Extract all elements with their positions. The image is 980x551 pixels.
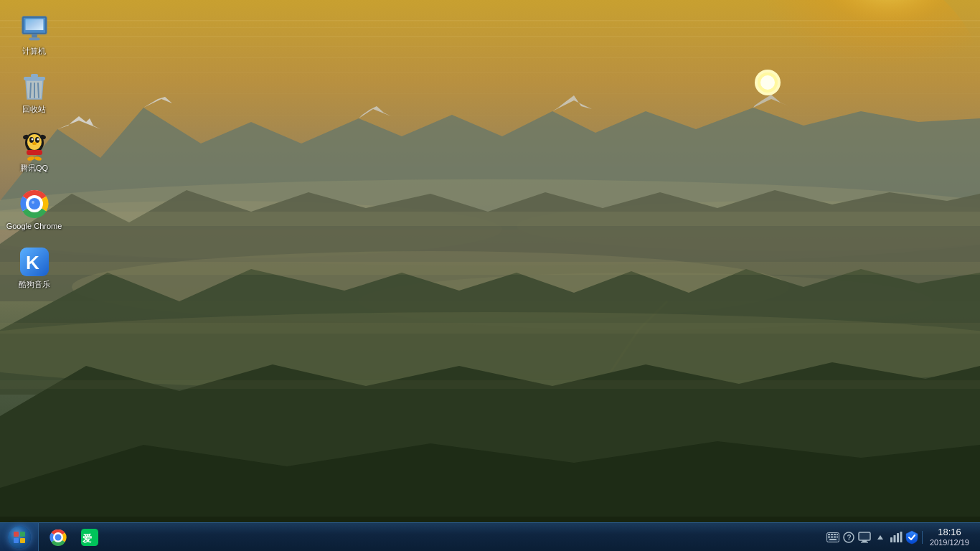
svg-rect-81 [829,539,837,540]
qq-icon [20,131,49,160]
desktop: 计算机 回收站 [0,0,980,551]
svg-rect-8 [0,93,980,94]
taskbar-app-chrome[interactable] [44,524,72,550]
svg-rect-75 [834,534,836,535]
svg-rect-52 [27,150,42,155]
svg-rect-90 [900,532,902,542]
svg-rect-6 [0,57,980,58]
svg-rect-33 [0,380,980,389]
keyboard-tray-icon[interactable] [826,531,839,544]
svg-point-59 [29,198,40,209]
svg-rect-2 [0,20,980,22]
svg-point-56 [34,156,42,161]
desktop-icon-recycle[interactable]: 回收站 [7,69,61,118]
svg-rect-3 [0,27,980,28]
svg-rect-80 [837,536,838,537]
qq-label: 腾讯QQ [20,163,48,173]
svg-rect-76 [837,534,838,535]
svg-point-55 [27,156,34,161]
svg-point-51 [32,142,37,145]
svg-rect-64 [20,532,25,537]
svg-rect-7 [0,72,980,73]
svg-rect-63 [14,532,19,537]
svg-rect-65 [14,538,19,543]
desktop-icon-computer[interactable]: 计算机 [7,11,61,60]
shield-tray-icon[interactable] [905,531,918,544]
svg-rect-74 [831,534,833,535]
svg-rect-66 [20,538,25,543]
desktop-icon-kugou[interactable]: K 酷狗音乐 [7,244,61,293]
svg-rect-4 [0,36,980,37]
chrome-icon [20,189,49,218]
svg-rect-38 [32,34,37,38]
svg-point-49 [31,138,33,140]
display-tray-icon[interactable] [858,531,871,544]
kugou-label: 酷狗音乐 [19,279,50,289]
computer-icon [20,14,49,43]
recycle-icon [20,72,49,101]
clock-time: 18:16 [938,527,961,538]
computer-label: 计算机 [22,46,46,56]
clock-area[interactable]: 18:16 2019/12/19 [923,523,976,551]
taskbar-iqiyi-icon: 爱 [81,529,98,546]
taskbar-chrome-icon [50,529,67,546]
svg-rect-84 [859,532,870,540]
system-tray: ? [819,523,980,551]
svg-rect-89 [897,533,899,542]
taskbar-app-iqiyi[interactable]: 爱 [75,524,104,550]
svg-rect-85 [862,540,867,542]
kugou-icon: K [20,248,49,276]
desktop-icon-chrome[interactable]: Google Chrome [7,186,61,235]
svg-text:K: K [26,252,39,273]
svg-line-44 [38,83,39,98]
svg-rect-31 [0,262,980,275]
start-orb [8,526,31,549]
svg-rect-5 [0,46,980,47]
svg-point-60 [32,201,34,204]
svg-rect-86 [861,542,868,543]
taskbar-apps: 爱 [39,523,109,551]
clock-date: 2019/12/19 [930,538,969,547]
expand-tray-icon[interactable] [874,531,887,544]
svg-line-42 [30,83,31,98]
recycle-label: 回收站 [22,104,46,114]
svg-rect-73 [828,534,830,535]
svg-rect-88 [893,535,895,542]
chrome-label: Google Chrome [6,221,62,231]
start-button[interactable] [0,523,39,552]
svg-text:?: ? [847,534,851,542]
desktop-icon-qq[interactable]: 腾讯QQ [7,128,61,176]
svg-rect-77 [828,536,830,537]
svg-rect-30 [0,212,980,226]
svg-rect-32 [0,323,980,334]
svg-rect-79 [834,536,836,537]
svg-rect-87 [890,537,892,542]
svg-text:爱: 爱 [83,533,92,544]
tray-icons: ? [823,531,923,544]
svg-point-12 [760,75,775,90]
svg-rect-41 [31,74,38,77]
svg-rect-37 [25,19,43,30]
svg-rect-39 [29,37,39,40]
network-tray-icon[interactable] [890,531,903,544]
svg-rect-78 [831,536,833,537]
svg-point-50 [37,138,39,140]
desktop-icons: 计算机 回收站 [0,0,68,309]
svg-point-69 [55,534,62,540]
taskbar: 爱 [0,522,980,551]
help-tray-icon[interactable]: ? [842,531,855,544]
